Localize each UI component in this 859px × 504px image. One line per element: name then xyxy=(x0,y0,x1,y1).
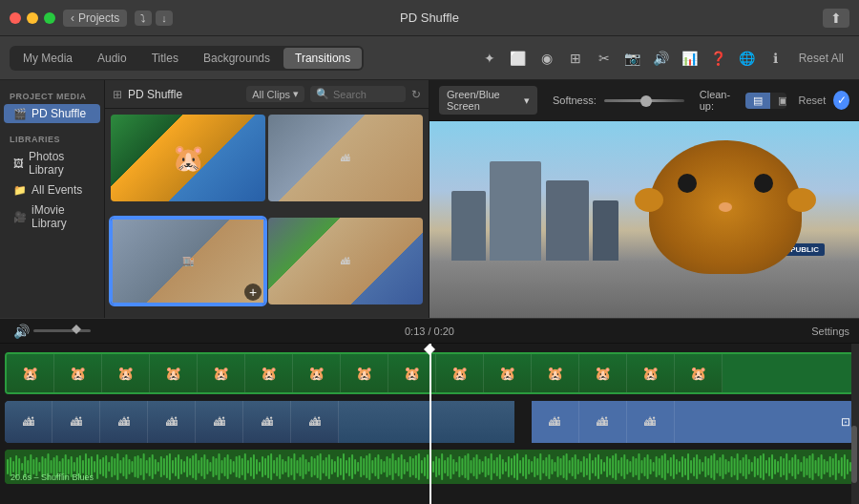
svg-rect-235 xyxy=(684,458,686,475)
svg-rect-265 xyxy=(771,454,773,479)
add-clip-button[interactable]: + xyxy=(244,284,262,301)
svg-rect-201 xyxy=(586,458,588,475)
svg-rect-173 xyxy=(505,462,507,472)
svg-rect-284 xyxy=(827,461,828,472)
sidebar: PROJECT MEDIA 🎬 PD Shuffle LIBRARIES 🖼 P… xyxy=(0,80,105,357)
filmstrip-frame: 🐹 xyxy=(627,354,675,392)
svg-rect-34 xyxy=(102,457,104,476)
hamster-face xyxy=(649,140,802,274)
effect-selector[interactable]: Green/Blue Screen ▾ xyxy=(439,86,537,115)
globe-icon[interactable]: 🌐 xyxy=(736,47,759,70)
sidebar-item-pd-shuffle[interactable]: 🎬 PD Shuffle xyxy=(4,104,100,123)
sidebar-item-all-events[interactable]: 📁 All Events xyxy=(4,180,100,200)
reset-all-button[interactable]: Reset All xyxy=(793,49,849,68)
svg-rect-186 xyxy=(542,460,544,473)
all-clips-selector[interactable]: All Clips ▾ xyxy=(246,86,304,102)
svg-rect-109 xyxy=(320,453,322,480)
media-thumb-4[interactable]: 🏙 xyxy=(268,218,423,304)
filmstrip-frame: 🐹 xyxy=(532,354,579,392)
svg-rect-104 xyxy=(305,459,307,474)
sidebar-item-photos-library[interactable]: 🖼 Photos Library xyxy=(4,147,100,179)
svg-rect-114 xyxy=(334,461,336,472)
tab-audio[interactable]: Audio xyxy=(86,48,138,69)
audio-icon[interactable]: 🔊 xyxy=(650,47,673,70)
camera-icon[interactable]: 📷 xyxy=(621,47,644,70)
svg-rect-190 xyxy=(554,462,555,472)
svg-rect-91 xyxy=(267,455,269,478)
confirm-button[interactable]: ✓ xyxy=(833,91,849,110)
svg-rect-219 xyxy=(638,453,639,480)
svg-rect-110 xyxy=(323,460,325,473)
svg-rect-216 xyxy=(629,461,631,472)
tab-backgrounds[interactable]: Backgrounds xyxy=(192,48,282,69)
back-button[interactable]: ‹ Projects xyxy=(63,10,127,27)
media-thumb-3[interactable]: 🏬 + xyxy=(111,218,265,304)
svg-rect-282 xyxy=(821,454,823,479)
media-thumb-2[interactable]: 🏙 xyxy=(268,115,423,201)
svg-rect-163 xyxy=(476,454,478,479)
svg-rect-182 xyxy=(531,461,533,472)
fullscreen-button[interactable] xyxy=(44,12,55,24)
color-wheel-icon[interactable]: ◉ xyxy=(535,47,558,70)
svg-rect-95 xyxy=(279,454,281,479)
search-input[interactable] xyxy=(333,89,400,100)
share-button[interactable]: ⬆ xyxy=(823,9,849,28)
sidebar-item-imovie-library[interactable]: 🎥 iMovie Library xyxy=(4,200,100,233)
svg-rect-83 xyxy=(244,453,246,480)
tab-my-media[interactable]: My Media xyxy=(11,48,84,69)
minimize-button[interactable] xyxy=(27,12,38,24)
sidebar-item-label: iMovie Library xyxy=(31,203,91,230)
svg-rect-144 xyxy=(421,460,423,473)
traffic-lights xyxy=(10,12,55,24)
svg-rect-274 xyxy=(797,459,799,474)
grid-icon[interactable]: ⊞ xyxy=(564,47,587,70)
svg-rect-225 xyxy=(656,456,658,477)
tab-titles[interactable]: Titles xyxy=(140,48,190,69)
track-end-icon: ⊡ xyxy=(841,415,850,429)
cleanup-grid-button[interactable]: ▤ xyxy=(745,93,770,109)
svg-rect-270 xyxy=(786,453,787,480)
city-frame: 🏙 xyxy=(243,401,291,443)
titlebar-icons: ⤵ ↓ xyxy=(135,10,173,26)
svg-rect-259 xyxy=(754,456,756,477)
softness-slider[interactable] xyxy=(604,99,684,102)
grid-view-icon[interactable]: ⊞ xyxy=(113,88,122,101)
svg-rect-233 xyxy=(679,461,681,472)
import-icon[interactable]: ⤵ xyxy=(135,10,152,26)
tab-transitions[interactable]: Transitions xyxy=(283,48,362,69)
info-icon[interactable]: ℹ xyxy=(765,47,787,70)
svg-rect-63 xyxy=(186,456,188,477)
reset-button[interactable]: Reset xyxy=(798,94,826,106)
svg-rect-76 xyxy=(224,457,226,476)
timeline-scrollbar[interactable] xyxy=(851,344,859,504)
volume-icon[interactable]: 🔊 xyxy=(13,324,30,339)
question-icon[interactable]: ❓ xyxy=(707,47,730,70)
filmstrip-frame: 🐹 xyxy=(579,354,627,392)
svg-rect-115 xyxy=(337,456,339,477)
magic-wand-icon[interactable]: ✦ xyxy=(478,47,501,70)
timeline-zoom: 🔊 xyxy=(13,324,91,339)
svg-rect-256 xyxy=(745,454,747,479)
svg-rect-117 xyxy=(343,453,345,480)
svg-rect-202 xyxy=(589,453,591,480)
close-button[interactable] xyxy=(10,12,21,24)
chart-icon[interactable]: 📊 xyxy=(679,47,702,70)
refresh-icon[interactable]: ↻ xyxy=(411,88,421,101)
download-icon[interactable]: ↓ xyxy=(156,10,173,26)
svg-rect-184 xyxy=(536,458,538,475)
svg-rect-45 xyxy=(135,456,136,477)
svg-rect-102 xyxy=(299,457,301,476)
zoom-slider[interactable] xyxy=(33,329,91,332)
cleanup-solid-button[interactable]: ▣ xyxy=(770,93,787,109)
svg-rect-64 xyxy=(189,458,191,475)
crop-icon[interactable]: ⬜ xyxy=(507,47,530,70)
svg-rect-82 xyxy=(241,458,243,475)
thumbnail-image-2: 🏙 xyxy=(268,115,423,201)
svg-rect-269 xyxy=(783,458,785,475)
settings-button[interactable]: Settings xyxy=(811,326,849,337)
trim-icon[interactable]: ✂ xyxy=(593,47,616,70)
media-thumb-1[interactable]: 🐹 xyxy=(111,115,265,201)
svg-rect-47 xyxy=(140,458,142,475)
svg-rect-112 xyxy=(328,454,330,479)
hamster-nose xyxy=(719,202,732,212)
